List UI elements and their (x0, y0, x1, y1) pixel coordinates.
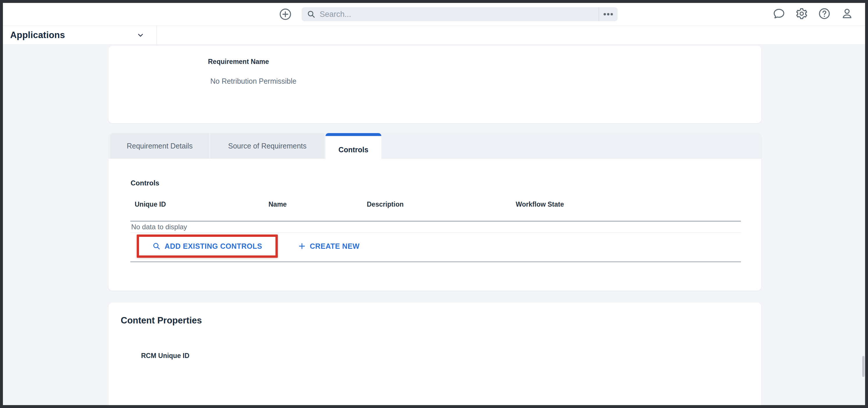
gear-icon[interactable] (795, 7, 808, 20)
tab-requirement-details[interactable]: Requirement Details (110, 133, 209, 159)
applications-dropdown-label: Applications (10, 30, 65, 40)
account-icon[interactable] (840, 7, 854, 20)
column-header-name: Name (269, 201, 287, 208)
search-icon (152, 242, 161, 250)
table-header-divider (130, 221, 741, 222)
search-icon (307, 10, 316, 19)
tab-bar: Requirement Details Source of Requiremen… (108, 133, 761, 159)
chat-icon[interactable] (772, 7, 785, 20)
requirement-tabs-card: Requirement Details Source of Requiremen… (108, 133, 761, 291)
column-header-workflow-state: Workflow State (516, 201, 564, 208)
scrollbar-thumb[interactable] (862, 356, 865, 377)
table-footer-divider (130, 262, 741, 262)
rcm-unique-id-label: RCM Unique ID (141, 352, 189, 360)
help-icon[interactable] (818, 7, 831, 20)
more-options-icon[interactable] (599, 12, 618, 16)
plus-icon (298, 242, 306, 250)
header-divider (156, 26, 157, 44)
search-input[interactable] (319, 9, 599, 19)
chevron-down-icon (136, 31, 145, 39)
create-new-label: CREATE NEW (310, 242, 360, 250)
tab-label: Requirement Details (127, 142, 193, 150)
app-window: Applications Requirement Name No Retribu… (0, 0, 868, 408)
tab-label: Source of Requirements (228, 142, 307, 150)
tab-label: Controls (339, 145, 369, 154)
add-existing-controls-button[interactable]: ADD EXISTING CONTROLS (152, 242, 262, 250)
controls-section-title: Controls (131, 179, 159, 187)
requirement-name-label: Requirement Name (208, 58, 269, 66)
tab-controls[interactable]: Controls (326, 133, 381, 163)
add-existing-controls-label: ADD EXISTING CONTROLS (165, 242, 262, 250)
column-header-description: Description (367, 201, 404, 208)
column-header-unique-id: Unique ID (135, 201, 166, 208)
content-properties-card: Content Properties RCM Unique ID (108, 303, 761, 408)
applications-dropdown[interactable]: Applications (3, 26, 156, 44)
controls-panel: Controls Unique ID Name Description Work… (108, 159, 761, 291)
content-properties-title: Content Properties (121, 315, 202, 326)
requirement-card: Requirement Name No Retribution Permissi… (108, 46, 761, 123)
global-search (302, 7, 618, 21)
top-bar (3, 3, 865, 26)
tab-source-of-requirements[interactable]: Source of Requirements (210, 133, 324, 159)
plus-circle-icon (279, 7, 292, 21)
annotation-highlight-box: ADD EXISTING CONTROLS (137, 235, 278, 258)
app-switcher-row: Applications (3, 26, 865, 45)
requirement-name-value: No Retribution Permissible (210, 77, 297, 86)
create-new-button[interactable]: CREATE NEW (298, 242, 360, 250)
add-new-button[interactable] (279, 7, 292, 21)
empty-table-message: No data to display (131, 223, 187, 231)
